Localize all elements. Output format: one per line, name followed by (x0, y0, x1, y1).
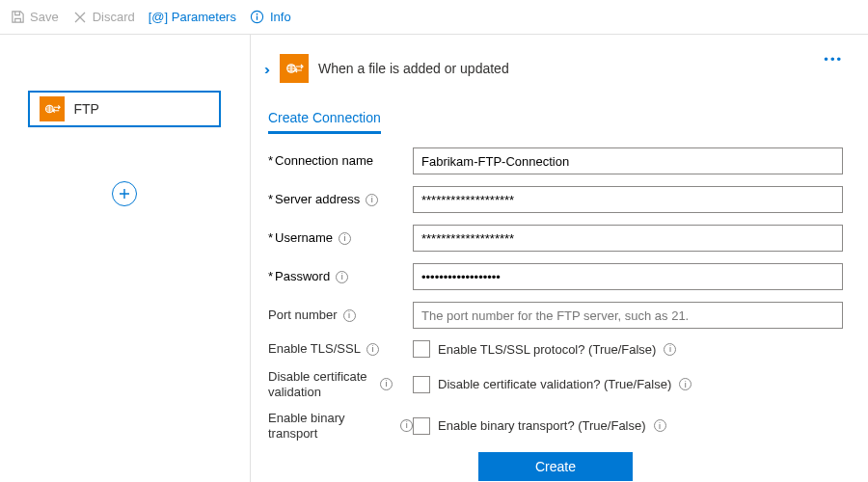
info-icon[interactable]: i (366, 343, 379, 356)
trigger-card-ftp[interactable]: FTP (28, 91, 221, 127)
discard-label: Discard (93, 10, 135, 24)
collapse-button[interactable]: ›› (264, 61, 266, 77)
info-icon (250, 10, 265, 25)
connection-name-input[interactable] (413, 147, 843, 174)
panel-title: When a file is added or updated (318, 61, 509, 76)
trigger-card-label: FTP (74, 101, 99, 117)
info-icon[interactable]: i (664, 343, 676, 356)
info-icon[interactable]: i (400, 419, 413, 432)
info-icon[interactable]: i (343, 309, 356, 322)
save-icon (10, 10, 25, 25)
ftp-connector-icon (280, 54, 309, 83)
disable-cert-checkbox[interactable] (413, 376, 430, 393)
password-label: Passwordi (268, 269, 413, 284)
panel-header: ›› When a file is added or updated (264, 54, 843, 83)
create-button[interactable]: Create (478, 452, 633, 481)
enable-tls-checkbox[interactable] (413, 340, 430, 358)
discard-button[interactable]: Discard (72, 10, 135, 25)
chevron-right-icon: ›› (264, 61, 266, 77)
username-input[interactable] (413, 225, 843, 252)
server-address-label: Server addressi (268, 192, 413, 207)
parameters-label: [@] Parameters (149, 10, 236, 24)
info-button[interactable]: Info (250, 10, 291, 25)
enable-binary-label: Enable binary transporti (268, 411, 413, 441)
top-toolbar: Save Discard [@] Parameters Info (0, 0, 868, 35)
enable-tls-check-label: Enable TLS/SSL protocol? (True/False) (438, 342, 656, 357)
disable-cert-label: Disable certificate validationi (268, 369, 413, 399)
info-icon[interactable]: i (336, 271, 348, 283)
tab-create-connection[interactable]: Create Connection (268, 104, 381, 134)
main-area: FTP ••• ›› When a file is added or updat… (0, 35, 868, 482)
username-label: Usernamei (268, 230, 413, 246)
enable-binary-check-label: Enable binary transport? (True/False) (438, 418, 646, 433)
create-connection-form: Connection name Server addressi Username… (268, 147, 843, 481)
parameters-button[interactable]: [@] Parameters (149, 10, 236, 24)
discard-icon (72, 10, 88, 25)
more-menu-button[interactable]: ••• (824, 52, 843, 67)
ftp-icon (40, 96, 65, 121)
password-input[interactable] (413, 263, 843, 290)
server-address-input[interactable] (413, 186, 843, 213)
save-button[interactable]: Save (10, 10, 59, 25)
tab-strip: Create Connection (268, 104, 843, 134)
disable-cert-check-label: Disable certificate validation? (True/Fa… (438, 377, 671, 391)
svg-point-1 (257, 13, 258, 15)
info-icon[interactable]: i (366, 194, 378, 206)
add-step-button[interactable] (112, 181, 137, 206)
info-label: Info (270, 10, 291, 24)
svg-rect-2 (257, 16, 258, 20)
plus-icon (118, 187, 131, 201)
info-icon[interactable]: i (339, 232, 351, 245)
info-icon[interactable]: i (679, 378, 692, 390)
configuration-panel: ••• ›› When a file is added or updated C… (251, 35, 868, 482)
connection-name-label: Connection name (268, 153, 413, 169)
info-icon[interactable]: i (654, 419, 666, 432)
port-number-input[interactable] (413, 302, 843, 329)
save-label: Save (30, 10, 59, 24)
enable-binary-checkbox[interactable] (413, 417, 430, 435)
port-number-label: Port numberi (268, 308, 413, 323)
info-icon[interactable]: i (380, 378, 393, 390)
designer-canvas: FTP (0, 35, 251, 482)
enable-tls-label: Enable TLS/SSLi (268, 341, 413, 357)
